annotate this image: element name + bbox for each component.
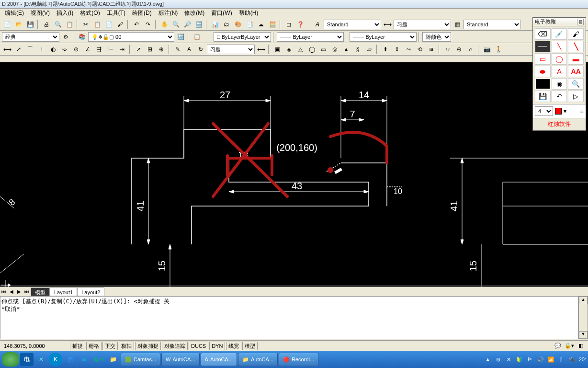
ql-kugou-icon[interactable]: K: [49, 353, 62, 366]
subtract-icon[interactable]: ⊖: [454, 44, 464, 55]
ducs-toggle[interactable]: DUCS: [189, 342, 208, 350]
3d-sphere-icon[interactable]: ◯: [306, 44, 317, 55]
plotstyle-combo[interactable]: 随颜色: [422, 32, 451, 42]
camera-icon[interactable]: 📷: [482, 44, 492, 55]
ql-app4-icon[interactable]: ∞: [78, 353, 91, 366]
match-icon[interactable]: 🖌: [115, 19, 125, 30]
properties-icon[interactable]: 📊: [210, 19, 220, 30]
undo-sketch-icon[interactable]: ↶: [552, 91, 567, 102]
dim-linear-icon[interactable]: ⟷: [2, 44, 12, 55]
text-big-icon[interactable]: AA: [568, 66, 584, 77]
color-combo[interactable]: □ ByLayerByLayer: [214, 32, 271, 42]
dimstyle-icon[interactable]: ⟷: [256, 44, 266, 55]
ql-app1-icon[interactable]: 电: [20, 353, 34, 366]
open-icon[interactable]: 📂: [13, 19, 24, 30]
menu-help[interactable]: 帮助(H): [236, 8, 261, 18]
eraser-icon[interactable]: ⌫: [535, 28, 551, 40]
scroll-up-icon[interactable]: ▲: [579, 297, 588, 304]
print-icon[interactable]: 🖨: [41, 19, 52, 30]
dimtedit-icon[interactable]: A: [184, 44, 194, 55]
centermark-icon[interactable]: ⊕: [156, 44, 167, 55]
tab-model[interactable]: 模型: [31, 288, 50, 296]
otrack-toggle[interactable]: 对象追踪: [162, 342, 188, 350]
tray-net-icon[interactable]: 🔊: [537, 356, 544, 363]
prev-tab-icon[interactable]: ◀: [8, 288, 15, 296]
fillrect-icon[interactable]: ▬: [568, 53, 584, 65]
dimstyle-combo2[interactable]: 习题: [207, 45, 255, 54]
linewidth-combo[interactable]: 4: [535, 106, 553, 116]
new-icon[interactable]: 📄: [2, 19, 12, 30]
dim-arc-icon[interactable]: ⌒: [25, 44, 35, 55]
menu-draw[interactable]: 绘图(D): [129, 8, 155, 18]
3d-pyramid-icon[interactable]: ▲: [341, 44, 351, 55]
menu-modify[interactable]: 修改(M): [181, 8, 207, 18]
paste-icon[interactable]: 📄: [103, 19, 114, 30]
save-sketch-icon[interactable]: 💾: [535, 91, 551, 102]
first-tab-icon[interactable]: ⏮: [0, 288, 8, 296]
menu-dimension[interactable]: 标注(N): [156, 8, 181, 18]
layer-prev-icon[interactable]: 🔙: [175, 32, 186, 42]
3d-planar-icon[interactable]: ▱: [364, 44, 374, 55]
3d-torus-icon[interactable]: ◎: [329, 44, 340, 55]
zoom-prev-icon[interactable]: 🔙: [193, 19, 204, 30]
eyedrop-icon[interactable]: 💉: [552, 28, 567, 40]
model-toggle[interactable]: 模型: [242, 342, 258, 350]
textstyle-combo[interactable]: Standard: [324, 20, 381, 29]
tray-time[interactable]: 20:: [579, 356, 586, 362]
command-scrollbar[interactable]: ▲ ▼: [578, 296, 588, 339]
magnify-icon[interactable]: 🔍: [568, 78, 584, 90]
zoom-window-icon[interactable]: 🔎: [182, 19, 192, 30]
toolpalette-icon[interactable]: 🎨: [233, 19, 243, 30]
redo-icon[interactable]: ↷: [143, 19, 153, 30]
task-recorder[interactable]: 🔴Recordi...: [279, 353, 318, 366]
ql-app3-icon[interactable]: ▤: [63, 353, 77, 366]
ql-explorer-icon[interactable]: 📁: [106, 353, 120, 366]
intersect-icon[interactable]: ∩: [465, 44, 476, 55]
rect-icon[interactable]: ▭: [535, 53, 551, 65]
loft-icon[interactable]: ≋: [426, 44, 437, 55]
3d-box-icon[interactable]: ▣: [272, 44, 283, 55]
tolerance-icon[interactable]: ⊞: [145, 44, 155, 55]
3d-cone-icon[interactable]: △: [295, 44, 305, 55]
layer-props-icon[interactable]: 📚: [77, 32, 87, 42]
line-thick-icon[interactable]: ╲: [568, 41, 584, 52]
tray-safe-icon[interactable]: 🔰: [516, 356, 523, 363]
ortho-toggle[interactable]: 正交: [102, 342, 118, 350]
task-word[interactable]: WAutoCA...: [161, 353, 199, 366]
save-icon[interactable]: 💾: [25, 19, 35, 30]
fillellipse-icon[interactable]: ⬬: [535, 66, 551, 77]
menu-view[interactable]: 视图(V): [28, 8, 53, 18]
last-tab-icon[interactable]: ⏭: [23, 288, 31, 296]
menu-edit[interactable]: 编辑(E): [2, 8, 27, 18]
union-icon[interactable]: ∪: [442, 44, 453, 55]
dim-diameter-icon[interactable]: ⊘: [71, 44, 81, 55]
text-a-icon[interactable]: A: [312, 19, 323, 30]
menu-window[interactable]: 窗口(W): [208, 8, 235, 18]
dimstyle-combo[interactable]: 习题: [394, 20, 451, 29]
sheetset-icon[interactable]: 📑: [244, 19, 255, 30]
ql-iqiyi-icon[interactable]: iQIYI: [92, 353, 105, 366]
close-icon[interactable]: ⊠: [577, 19, 584, 25]
dim-aligned-icon[interactable]: ⤢: [13, 44, 24, 55]
extrude-icon[interactable]: ⬆: [380, 44, 391, 55]
menu-format[interactable]: 格式(O): [77, 8, 102, 18]
3d-poly-icon[interactable]: ◈: [283, 44, 294, 55]
blackboard-icon[interactable]: [535, 78, 551, 90]
tray-app2-icon[interactable]: ✕: [505, 356, 513, 363]
undo-icon[interactable]: ↶: [131, 19, 142, 30]
3d-cyl-icon[interactable]: ▭: [318, 44, 328, 55]
start-button[interactable]: [2, 352, 19, 367]
sweep-icon[interactable]: ⤳: [403, 44, 414, 55]
designcenter-icon[interactable]: 🗂: [221, 19, 232, 30]
layer-states-icon[interactable]: 📋: [192, 32, 202, 42]
polar-toggle[interactable]: 极轴: [119, 342, 134, 350]
drawing-canvas[interactable]: 27 14 7 13 (200,160): [0, 62, 588, 287]
menu-tools[interactable]: 工具(T): [104, 8, 128, 18]
dim-jogged-icon[interactable]: ⤽: [59, 44, 70, 55]
copy-icon[interactable]: 📋: [92, 19, 102, 30]
pan-icon[interactable]: ✋: [159, 19, 170, 30]
block-icon[interactable]: ◻: [283, 19, 294, 30]
dimupdate-icon[interactable]: ↻: [195, 44, 206, 55]
osnap-toggle[interactable]: 对象捕捉: [135, 342, 161, 350]
tray-flag-icon[interactable]: 🏳: [526, 356, 534, 363]
